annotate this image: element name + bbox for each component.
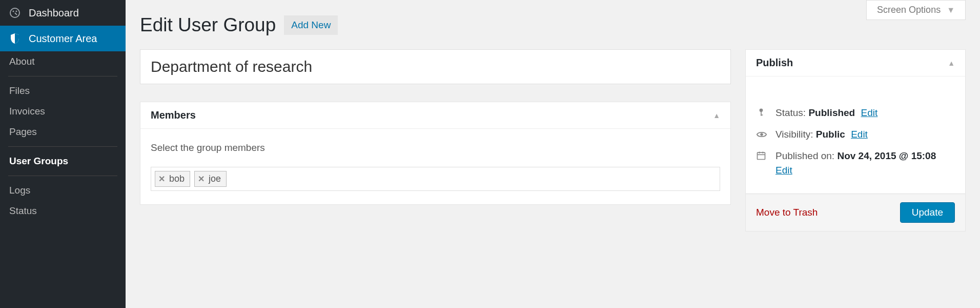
page-title: Edit User Group [140, 14, 276, 36]
members-tag-input[interactable]: ✕ bob ✕ joe [151, 167, 720, 191]
sidebar-sub-user-groups[interactable]: User Groups [0, 151, 126, 171]
post-title-input[interactable] [140, 49, 731, 84]
members-box: Members ▲ Select the group members ✕ bob… [140, 102, 731, 205]
divider [8, 76, 117, 76]
admin-sidebar: Dashboard Customer Area About Files Invo… [0, 0, 126, 308]
chevron-down-icon: ▼ [947, 6, 955, 15]
publish-date-row: Published on: Nov 24, 2015 @ 15:08 [756, 150, 955, 162]
sidebar-sub-logs[interactable]: Logs [0, 180, 126, 201]
member-tag-label: bob [169, 174, 185, 184]
publish-box: Publish ▲ Status: Published Edit [745, 49, 966, 232]
edit-status-link[interactable]: Edit [861, 107, 878, 118]
publish-visibility-row: Visibility: Public Edit [756, 129, 955, 140]
page-header: Edit User Group Add New [140, 0, 966, 36]
collapse-icon[interactable]: ▲ [948, 59, 955, 67]
screen-options-toggle[interactable]: Screen Options ▼ [866, 0, 966, 20]
svg-point-6 [760, 133, 763, 136]
divider [8, 146, 117, 147]
svg-rect-5 [761, 114, 763, 116]
add-new-button[interactable]: Add New [284, 15, 338, 35]
member-tag-label: joe [209, 174, 221, 184]
edit-date-link[interactable]: Edit [775, 165, 792, 176]
sidebar-item-dashboard[interactable]: Dashboard [0, 0, 126, 26]
svg-point-3 [760, 109, 763, 112]
sidebar-sub-about[interactable]: About [0, 51, 126, 72]
remove-tag-icon[interactable]: ✕ [198, 174, 205, 184]
sidebar-sub-pages[interactable]: Pages [0, 122, 126, 142]
members-box-title: Members [151, 109, 196, 121]
sidebar-item-customer-area[interactable]: Customer Area [0, 26, 126, 51]
visibility-label: Visibility: [775, 129, 813, 140]
pubdate-label: Published on: [775, 150, 834, 161]
dashboard-icon [8, 6, 22, 20]
publish-box-title: Publish [756, 57, 793, 69]
edit-visibility-link[interactable]: Edit [851, 129, 868, 140]
remove-tag-icon[interactable]: ✕ [158, 174, 165, 184]
members-label: Select the group members [151, 142, 720, 153]
member-tag: ✕ bob [155, 171, 190, 187]
sidebar-sub-invoices[interactable]: Invoices [0, 101, 126, 122]
publish-status-row: Status: Published Edit [756, 107, 955, 119]
move-to-trash-link[interactable]: Move to Trash [756, 207, 818, 218]
key-icon [756, 107, 769, 118]
sidebar-sub-status[interactable]: Status [0, 201, 126, 221]
svg-rect-7 [758, 152, 765, 159]
svg-point-1 [13, 11, 14, 12]
eye-icon [756, 129, 769, 140]
update-button[interactable]: Update [900, 202, 955, 223]
pubdate-value: Nov 24, 2015 @ 15:08 [837, 150, 936, 161]
calendar-icon [756, 150, 769, 161]
shield-icon [8, 32, 22, 45]
status-label: Status: [775, 107, 806, 118]
main-content: Screen Options ▼ Edit User Group Add New… [126, 0, 980, 308]
member-tag: ✕ joe [194, 171, 227, 187]
collapse-icon[interactable]: ▲ [713, 111, 720, 120]
sidebar-item-label: Dashboard [29, 7, 79, 19]
svg-point-2 [16, 11, 17, 12]
sidebar-sub-files[interactable]: Files [0, 81, 126, 101]
divider [8, 176, 117, 176]
sidebar-item-label: Customer Area [29, 33, 97, 45]
visibility-value: Public [816, 129, 845, 140]
status-value: Published [808, 107, 855, 118]
screen-options-label: Screen Options [877, 5, 941, 15]
